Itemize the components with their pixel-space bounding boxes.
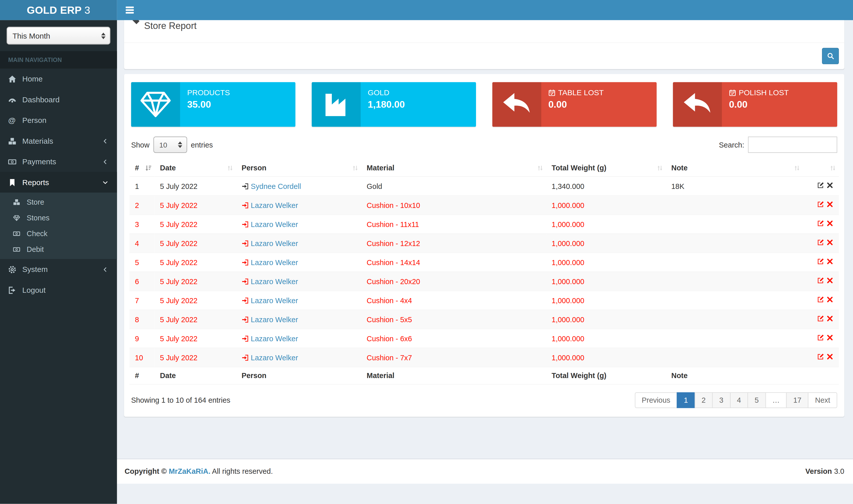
column-header-blank[interactable]: # bbox=[129, 159, 155, 177]
sign-in-icon bbox=[241, 221, 249, 228]
delete-button[interactable] bbox=[827, 296, 833, 303]
edit-button[interactable] bbox=[817, 182, 824, 189]
cell-note bbox=[666, 234, 803, 253]
sidebar-item-logout[interactable]: Logout bbox=[0, 280, 117, 300]
delete-button[interactable] bbox=[827, 334, 833, 341]
page-length-select[interactable]: 10 bbox=[153, 137, 187, 153]
footer-column-note: Note bbox=[666, 367, 803, 384]
close-icon bbox=[827, 315, 833, 322]
edit-icon bbox=[817, 277, 824, 284]
person-link[interactable]: Lazaro Welker bbox=[251, 201, 298, 209]
delete-button[interactable] bbox=[827, 201, 833, 208]
table-row: 55 July 2022Lazaro WelkerCushion - 14x14… bbox=[129, 253, 839, 272]
sidebar-toggle-button[interactable] bbox=[117, 5, 143, 15]
sidebar-item-home[interactable]: Home bbox=[0, 69, 117, 89]
sidebar-subitem-check[interactable]: Check bbox=[0, 226, 117, 241]
edit-button[interactable] bbox=[817, 353, 824, 360]
sort-icon bbox=[794, 164, 800, 171]
column-header-actions[interactable] bbox=[803, 159, 839, 177]
info-box-gold: GOLD1,180.00 bbox=[312, 82, 476, 127]
search-input[interactable] bbox=[748, 137, 837, 153]
sidebar-item-person[interactable]: @Person bbox=[0, 110, 117, 130]
footer-brand-link[interactable]: MrZaKaRiA. bbox=[169, 467, 211, 475]
pagination-previous-button[interactable]: Previous bbox=[635, 392, 677, 408]
delete-button[interactable] bbox=[827, 239, 833, 246]
sidebar-item-materials[interactable]: Materials bbox=[0, 130, 117, 151]
pagination-page-1[interactable]: 1 bbox=[677, 392, 695, 408]
table-body: 15 July 2022Sydnee CordellGold1,340.0001… bbox=[129, 177, 839, 367]
delete-button[interactable] bbox=[827, 353, 833, 360]
delete-button[interactable] bbox=[827, 182, 833, 189]
content-wrapper: Store Report PRODUCTS35.00GOLD1,180.00TA… bbox=[117, 0, 853, 484]
edit-icon bbox=[817, 182, 824, 189]
edit-button[interactable] bbox=[817, 315, 824, 322]
cell-note bbox=[666, 291, 803, 310]
cell-date: 5 July 2022 bbox=[155, 177, 236, 196]
delete-button[interactable] bbox=[827, 258, 833, 265]
sidebar-subitem-store[interactable]: Store bbox=[0, 194, 117, 210]
footer-column-blank: # bbox=[129, 367, 155, 384]
delete-button[interactable] bbox=[827, 277, 833, 284]
pagination-page-2[interactable]: 2 bbox=[694, 392, 713, 408]
sidebar-submenu: StoreStonesCheckDebit bbox=[0, 193, 117, 259]
table-bottom-bar: Showing 1 to 10 of 164 entries Previous1… bbox=[129, 385, 839, 409]
pagination-page-17[interactable]: 17 bbox=[786, 392, 809, 408]
person-link[interactable]: Lazaro Welker bbox=[251, 335, 298, 343]
money-icon bbox=[13, 230, 24, 237]
person-link[interactable]: Sydnee Cordell bbox=[251, 182, 301, 190]
at-icon: @ bbox=[8, 116, 20, 124]
column-header-note[interactable]: Note bbox=[666, 159, 803, 177]
table-row: 15 July 2022Sydnee CordellGold1,340.0001… bbox=[129, 177, 839, 196]
edit-button[interactable] bbox=[817, 220, 824, 227]
column-header-label: Note bbox=[671, 164, 688, 172]
cell-note bbox=[666, 272, 803, 291]
sidebar-item-reports[interactable]: Reports bbox=[0, 172, 117, 193]
close-icon bbox=[827, 220, 833, 227]
edit-button[interactable] bbox=[817, 334, 824, 341]
person-link[interactable]: Lazaro Welker bbox=[251, 220, 298, 228]
cell-note bbox=[666, 253, 803, 272]
navbar bbox=[117, 0, 853, 20]
column-header-date[interactable]: Date bbox=[155, 159, 236, 177]
person-link[interactable]: Lazaro Welker bbox=[251, 316, 298, 323]
sidebar-subitem-debit[interactable]: Debit bbox=[0, 241, 117, 257]
app-logo[interactable]: GOLD ERP 3 bbox=[0, 0, 117, 20]
person-link[interactable]: Lazaro Welker bbox=[251, 239, 298, 247]
pagination-next-button[interactable]: Next bbox=[808, 392, 837, 408]
sidebar-item-system[interactable]: System bbox=[0, 259, 117, 280]
info-box-value: 1,180.00 bbox=[368, 99, 405, 110]
sidebar-subitem-stones[interactable]: Stones bbox=[0, 210, 117, 226]
cubes-icon bbox=[8, 137, 20, 145]
pagination-page-5[interactable]: 5 bbox=[748, 392, 766, 408]
edit-button[interactable] bbox=[817, 239, 824, 246]
column-header-person[interactable]: Person bbox=[236, 159, 361, 177]
edit-button[interactable] bbox=[817, 296, 824, 303]
edit-button[interactable] bbox=[817, 258, 824, 265]
pagination-ellipsis: … bbox=[765, 392, 787, 408]
person-link[interactable]: Lazaro Welker bbox=[251, 277, 298, 285]
delete-button[interactable] bbox=[827, 315, 833, 322]
cell-actions bbox=[803, 253, 839, 272]
sort-icon bbox=[830, 164, 836, 171]
gear-icon bbox=[8, 265, 20, 273]
person-link[interactable]: Lazaro Welker bbox=[251, 296, 298, 304]
edit-button[interactable] bbox=[817, 277, 824, 284]
edit-button[interactable] bbox=[817, 201, 824, 208]
delete-button[interactable] bbox=[827, 220, 833, 227]
column-header-total-weight-g[interactable]: Total Weight (g) bbox=[546, 159, 666, 177]
person-link[interactable]: Lazaro Welker bbox=[251, 258, 298, 266]
column-header-material[interactable]: Material bbox=[361, 159, 546, 177]
date-range-select[interactable]: This Month bbox=[6, 26, 110, 45]
person-link[interactable]: Lazaro Welker bbox=[251, 354, 298, 362]
calendar-check-icon bbox=[548, 89, 556, 96]
search-submit-button[interactable] bbox=[822, 48, 839, 64]
pagination-page-3[interactable]: 3 bbox=[712, 392, 730, 408]
sort-amount-icon bbox=[145, 164, 152, 171]
sidebar-item-payments[interactable]: Payments bbox=[0, 151, 117, 172]
page-title: Store Report bbox=[144, 21, 197, 32]
pagination-page-4[interactable]: 4 bbox=[730, 392, 748, 408]
cell-num: 8 bbox=[129, 310, 155, 329]
table-row: 75 July 2022Lazaro WelkerCushion - 4x41,… bbox=[129, 291, 839, 310]
sidebar-item-dashboard[interactable]: Dashboard bbox=[0, 89, 117, 110]
sign-in-icon bbox=[241, 297, 249, 304]
